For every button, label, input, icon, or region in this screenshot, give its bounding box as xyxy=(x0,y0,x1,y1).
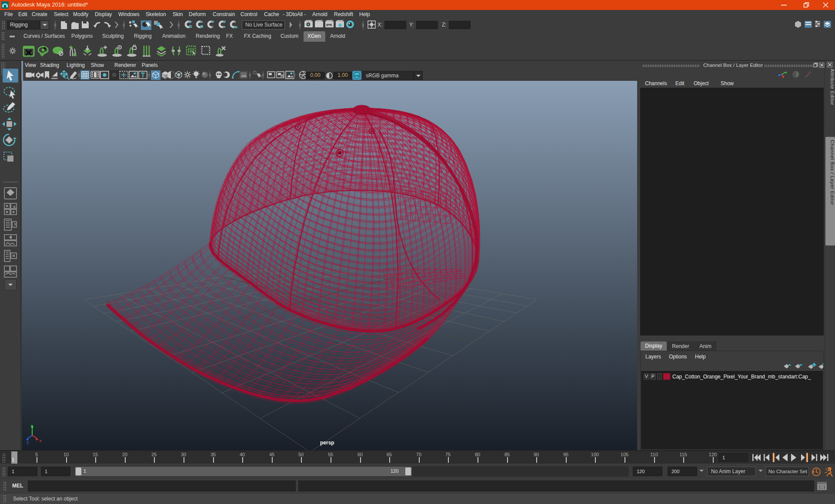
svg-text:X: X xyxy=(39,439,42,443)
svg-text:IPR: IPR xyxy=(326,23,332,27)
svg-text:ON: ON xyxy=(354,74,359,78)
svg-text:{;}: {;} xyxy=(818,485,825,490)
svg-text:Y: Y xyxy=(30,424,33,428)
svg-text:Z: Z xyxy=(27,441,29,445)
